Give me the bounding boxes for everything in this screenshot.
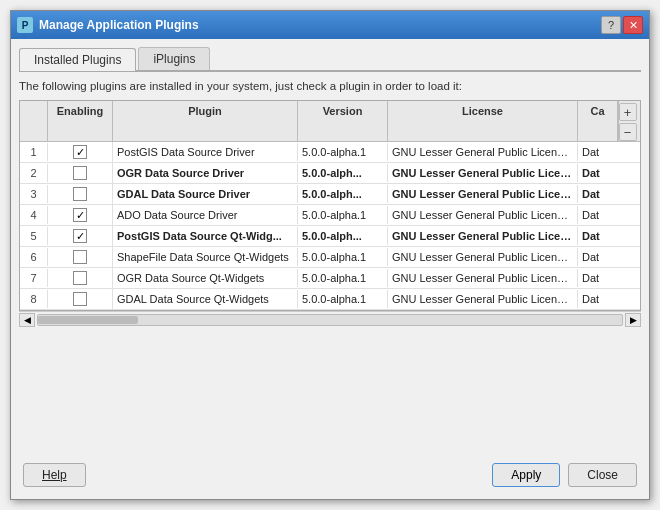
row-version: 5.0.0-alph... [298, 185, 388, 203]
checkbox-input[interactable] [73, 229, 87, 243]
row-num: 7 [20, 269, 48, 287]
scrollbar-thumb[interactable] [38, 316, 138, 324]
table-wrapper: Enabling Plugin Version License Ca + − 1… [19, 100, 641, 455]
row-checkbox[interactable] [48, 142, 113, 162]
row-checkbox[interactable] [48, 268, 113, 288]
remove-button[interactable]: − [619, 123, 637, 141]
row-license: GNU Lesser General Public License ... [388, 164, 578, 182]
row-checkbox[interactable] [48, 184, 113, 204]
checkbox-input[interactable] [73, 250, 87, 264]
row-license: GNU Lesser General Public License v 3.0 [388, 269, 578, 287]
help-button[interactable]: Help [23, 463, 86, 487]
row-category: Dat [578, 248, 618, 266]
checkbox-input[interactable] [73, 292, 87, 306]
row-category: Dat [578, 164, 618, 182]
row-version: 5.0.0-alph... [298, 227, 388, 245]
table-row: 7 OGR Data Source Qt-Widgets 5.0.0-alpha… [20, 268, 640, 289]
row-version: 5.0.0-alpha.1 [298, 248, 388, 266]
plugin-table: Enabling Plugin Version License Ca + − 1… [19, 100, 641, 311]
col-header-plugin: Plugin [113, 101, 298, 141]
row-plugin: GDAL Data Source Driver [113, 185, 298, 203]
row-num: 3 [20, 185, 48, 203]
scroll-left-btn[interactable]: ◀ [19, 313, 35, 327]
scroll-right-btn[interactable]: ▶ [625, 313, 641, 327]
scrollbar-track[interactable] [37, 314, 623, 326]
row-num: 2 [20, 164, 48, 182]
apply-button[interactable]: Apply [492, 463, 560, 487]
table-row: 2 OGR Data Source Driver 5.0.0-alph... G… [20, 163, 640, 184]
row-version: 5.0.0-alpha.1 [298, 269, 388, 287]
bottom-right-buttons: Apply Close [492, 463, 637, 487]
checkbox-input[interactable] [73, 271, 87, 285]
row-plugin: OGR Data Source Qt-Widgets [113, 269, 298, 287]
row-license: GNU Lesser General Public License v 3.0 [388, 290, 578, 308]
table-row: 4 ADO Data Source Driver 5.0.0-alpha.1 G… [20, 205, 640, 226]
description-text: The following plugins are installed in y… [19, 80, 641, 92]
add-button[interactable]: + [619, 103, 637, 121]
window-content: Installed Plugins iPlugins The following… [11, 39, 649, 499]
row-version: 5.0.0-alpha.1 [298, 143, 388, 161]
row-num: 1 [20, 143, 48, 161]
help-title-btn[interactable]: ? [601, 16, 621, 34]
row-plugin: ShapeFile Data Source Qt-Widgets [113, 248, 298, 266]
main-window: P Manage Application Plugins ? ✕ Install… [10, 10, 650, 500]
checkbox-input[interactable] [73, 145, 87, 159]
row-category: Dat [578, 227, 618, 245]
table-row: 3 GDAL Data Source Driver 5.0.0-alph... … [20, 184, 640, 205]
row-num: 6 [20, 248, 48, 266]
title-bar-left: P Manage Application Plugins [17, 17, 199, 33]
row-license: GNU Lesser General Public License v 3.0 [388, 206, 578, 224]
row-checkbox[interactable] [48, 226, 113, 246]
row-license: GNU Lesser General Public License v 3.0 [388, 143, 578, 161]
col-header-version: Version [298, 101, 388, 141]
row-license: GNU Lesser General Public License v 3.0 [388, 248, 578, 266]
col-header-num [20, 101, 48, 141]
checkbox-input[interactable] [73, 166, 87, 180]
row-checkbox[interactable] [48, 205, 113, 225]
row-checkbox[interactable] [48, 163, 113, 183]
window-title: Manage Application Plugins [39, 18, 199, 32]
row-license: GNU Lesser General Public License ... [388, 227, 578, 245]
row-version: 5.0.0-alpha.1 [298, 290, 388, 308]
row-checkbox[interactable] [48, 289, 113, 309]
row-num: 4 [20, 206, 48, 224]
bottom-bar: Help Apply Close [19, 455, 641, 491]
table-row: 1 PostGIS Data Source Driver 5.0.0-alpha… [20, 142, 640, 163]
close-button[interactable]: Close [568, 463, 637, 487]
tab-installed-plugins[interactable]: Installed Plugins [19, 48, 136, 71]
row-category: Dat [578, 290, 618, 308]
horizontal-scrollbar[interactable]: ◀ ▶ [19, 311, 641, 327]
window-icon: P [17, 17, 33, 33]
side-buttons-col: + − [618, 101, 636, 141]
col-header-category: Ca [578, 101, 618, 141]
row-category: Dat [578, 143, 618, 161]
row-num: 5 [20, 227, 48, 245]
col-header-license: License [388, 101, 578, 141]
tab-iplugins[interactable]: iPlugins [138, 47, 210, 70]
table-header: Enabling Plugin Version License Ca + − [20, 101, 640, 142]
close-title-btn[interactable]: ✕ [623, 16, 643, 34]
table-row: 5 PostGIS Data Source Qt-Widg... 5.0.0-a… [20, 226, 640, 247]
row-plugin: PostGIS Data Source Driver [113, 143, 298, 161]
row-category: Dat [578, 269, 618, 287]
checkbox-input[interactable] [73, 187, 87, 201]
row-version: 5.0.0-alph... [298, 164, 388, 182]
title-buttons: ? ✕ [601, 16, 643, 34]
row-plugin: PostGIS Data Source Qt-Widg... [113, 227, 298, 245]
row-plugin: ADO Data Source Driver [113, 206, 298, 224]
row-num: 8 [20, 290, 48, 308]
row-version: 5.0.0-alpha.1 [298, 206, 388, 224]
row-category: Dat [578, 206, 618, 224]
row-plugin: OGR Data Source Driver [113, 164, 298, 182]
title-bar: P Manage Application Plugins ? ✕ [11, 11, 649, 39]
table-body: 1 PostGIS Data Source Driver 5.0.0-alpha… [20, 142, 640, 310]
row-checkbox[interactable] [48, 247, 113, 267]
table-row: 8 GDAL Data Source Qt-Widgets 5.0.0-alph… [20, 289, 640, 310]
col-header-enabling: Enabling [48, 101, 113, 141]
row-license: GNU Lesser General Public License ... [388, 185, 578, 203]
row-plugin: GDAL Data Source Qt-Widgets [113, 290, 298, 308]
tab-bar: Installed Plugins iPlugins [19, 47, 641, 72]
row-category: Dat [578, 185, 618, 203]
table-row: 6 ShapeFile Data Source Qt-Widgets 5.0.0… [20, 247, 640, 268]
checkbox-input[interactable] [73, 208, 87, 222]
